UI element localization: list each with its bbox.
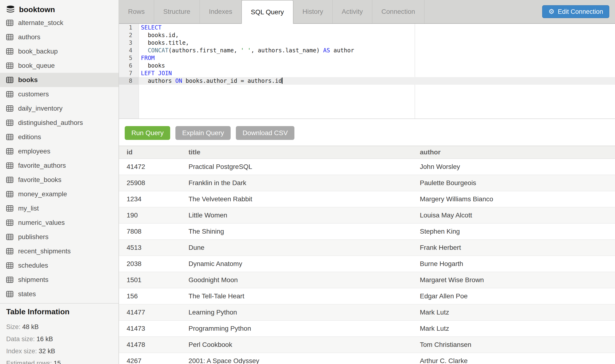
cell-author[interactable]: Tom Christiansen	[420, 337, 615, 353]
sidebar-item-book_queue[interactable]: book_queue	[0, 59, 118, 73]
cell-title[interactable]: Little Women	[188, 207, 420, 223]
result-row-41473[interactable]: 41473Programming PythonMark Lutz	[119, 321, 615, 337]
table-name-label: customers	[18, 91, 49, 98]
table-name-label: numeric_values	[18, 219, 65, 226]
tab-rows[interactable]: Rows	[119, 0, 154, 23]
sidebar: booktown alternate_stockauthorsbook_back…	[0, 0, 119, 364]
tab-sql-query[interactable]: SQL Query	[241, 0, 293, 24]
cell-id[interactable]: 190	[119, 207, 188, 223]
tab-structure[interactable]: Structure	[154, 0, 200, 23]
cell-title[interactable]: Dynamic Anatomy	[188, 256, 420, 272]
sql-code-area[interactable]: SELECT books.id, books.title, CONCAT(aut…	[139, 24, 615, 118]
result-row-156[interactable]: 156The Tell-Tale HeartEdgar Allen Poe	[119, 288, 615, 304]
sidebar-item-book_backup[interactable]: book_backup	[0, 44, 118, 59]
sidebar-item-shipments[interactable]: shipments	[0, 273, 118, 287]
cell-author[interactable]: Stephen King	[420, 223, 615, 240]
cell-title[interactable]: Goodnight Moon	[188, 272, 420, 288]
cell-title[interactable]: Franklin in the Dark	[188, 175, 420, 191]
cell-id[interactable]: 1501	[119, 272, 188, 288]
cell-id[interactable]: 4267	[119, 353, 188, 364]
cell-id[interactable]: 2038	[119, 256, 188, 272]
cell-author[interactable]: Frank Herbert	[420, 240, 615, 256]
result-row-4267[interactable]: 42672001: A Space OdysseyArthur C. Clark…	[119, 353, 615, 364]
cell-id[interactable]: 41478	[119, 337, 188, 353]
sidebar-item-my_list[interactable]: my_list	[0, 201, 118, 216]
cell-id[interactable]: 25908	[119, 175, 188, 191]
table-name-label: shipments	[18, 276, 49, 284]
result-row-41477[interactable]: 41477Learning PythonMark Lutz	[119, 304, 615, 321]
cell-title[interactable]: The Tell-Tale Heart	[188, 288, 420, 304]
cell-title[interactable]: Practical PostgreSQL	[188, 159, 420, 175]
cell-author[interactable]: Margery Williams Bianco	[420, 191, 615, 207]
tab-connection[interactable]: Connection	[372, 0, 425, 23]
explain-query-button[interactable]: Explain Query	[175, 126, 231, 140]
cell-id[interactable]: 156	[119, 288, 188, 304]
tab-history[interactable]: History	[293, 0, 333, 23]
cell-author[interactable]: Louisa May Alcott	[420, 207, 615, 223]
table-icon	[6, 105, 13, 112]
sidebar-item-states[interactable]: states	[0, 287, 118, 301]
result-row-25908[interactable]: 25908Franklin in the DarkPaulette Bourge…	[119, 175, 615, 191]
table-icon	[6, 148, 13, 154]
sidebar-item-recent_shipments[interactable]: recent_shipments	[0, 244, 118, 258]
cell-title[interactable]: Programming Python	[188, 321, 420, 337]
sidebar-item-numeric_values[interactable]: numeric_values	[0, 216, 118, 230]
result-row-1234[interactable]: 1234The Velveteen RabbitMargery Williams…	[119, 191, 615, 207]
cell-author[interactable]: Arthur C. Clarke	[420, 353, 615, 364]
cell-author[interactable]: Burne Hogarth	[420, 256, 615, 272]
download-csv-button[interactable]: Download CSV	[236, 126, 294, 140]
cell-title[interactable]: Dune	[188, 240, 420, 256]
table-name-label: favorite_books	[18, 176, 61, 184]
tab-indexes[interactable]: Indexes	[200, 0, 242, 23]
tab-activity[interactable]: Activity	[333, 0, 372, 23]
sidebar-item-favorite_books[interactable]: favorite_books	[0, 173, 118, 187]
sidebar-item-distinguished_authors[interactable]: distinguished_authors	[0, 116, 118, 130]
cell-title[interactable]: The Velveteen Rabbit	[188, 191, 420, 207]
sidebar-item-books[interactable]: books	[0, 73, 118, 87]
sidebar-item-schedules[interactable]: schedules	[0, 258, 118, 273]
table-icon	[6, 205, 13, 211]
cell-title[interactable]: Perl Cookbook	[188, 337, 420, 353]
database-name: booktown	[19, 5, 55, 14]
cell-title[interactable]: Learning Python	[188, 304, 420, 321]
sidebar-item-daily_inventory[interactable]: daily_inventory	[0, 101, 118, 116]
results-header-row: id title author	[119, 146, 615, 159]
edit-connection-button[interactable]: ⚙ Edit Connection	[542, 5, 609, 18]
cell-author[interactable]: Mark Lutz	[420, 304, 615, 321]
sidebar-item-publishers[interactable]: publishers	[0, 230, 118, 244]
cell-author[interactable]: John Worsley	[420, 159, 615, 175]
table-size-line: Size: 48 kB	[6, 323, 112, 331]
cell-id[interactable]: 41472	[119, 159, 188, 175]
result-row-41472[interactable]: 41472Practical PostgreSQLJohn Worsley	[119, 159, 615, 175]
cell-author[interactable]: Mark Lutz	[420, 321, 615, 337]
cell-id[interactable]: 1234	[119, 191, 188, 207]
database-icon	[6, 5, 15, 13]
sidebar-item-money_example[interactable]: money_example	[0, 187, 118, 201]
cell-author[interactable]: Margaret Wise Brown	[420, 272, 615, 288]
result-row-190[interactable]: 190Little WomenLouisa May Alcott	[119, 207, 615, 223]
result-row-1501[interactable]: 1501Goodnight MoonMargaret Wise Brown	[119, 272, 615, 288]
table-name-label: money_example	[18, 190, 67, 198]
sidebar-item-customers[interactable]: customers	[0, 87, 118, 101]
cell-author[interactable]: Paulette Bourgeois	[420, 175, 615, 191]
sidebar-item-employees[interactable]: employees	[0, 144, 118, 158]
sidebar-item-editions[interactable]: editions	[0, 130, 118, 144]
query-actions: Run Query Explain Query Download CSV	[119, 119, 615, 146]
result-row-7808[interactable]: 7808The ShiningStephen King	[119, 223, 615, 240]
cell-id[interactable]: 4513	[119, 240, 188, 256]
sidebar-item-favorite_authors[interactable]: favorite_authors	[0, 158, 118, 173]
cell-id[interactable]: 41477	[119, 304, 188, 321]
result-row-2038[interactable]: 2038Dynamic AnatomyBurne Hogarth	[119, 256, 615, 272]
cell-author[interactable]: Edgar Allen Poe	[420, 288, 615, 304]
line-number-3: 3	[119, 39, 139, 47]
cell-title[interactable]: The Shining	[188, 223, 420, 240]
cell-id[interactable]: 7808	[119, 223, 188, 240]
result-row-4513[interactable]: 4513DuneFrank Herbert	[119, 240, 615, 256]
sidebar-item-alternate_stock[interactable]: alternate_stock	[0, 16, 118, 30]
sql-editor[interactable]: 12345678 SELECT books.id, books.title, C…	[119, 24, 615, 119]
cell-id[interactable]: 41473	[119, 321, 188, 337]
cell-title[interactable]: 2001: A Space Odyssey	[188, 353, 420, 364]
sidebar-item-authors[interactable]: authors	[0, 30, 118, 44]
run-query-button[interactable]: Run Query	[125, 126, 170, 140]
result-row-41478[interactable]: 41478Perl CookbookTom Christiansen	[119, 337, 615, 353]
